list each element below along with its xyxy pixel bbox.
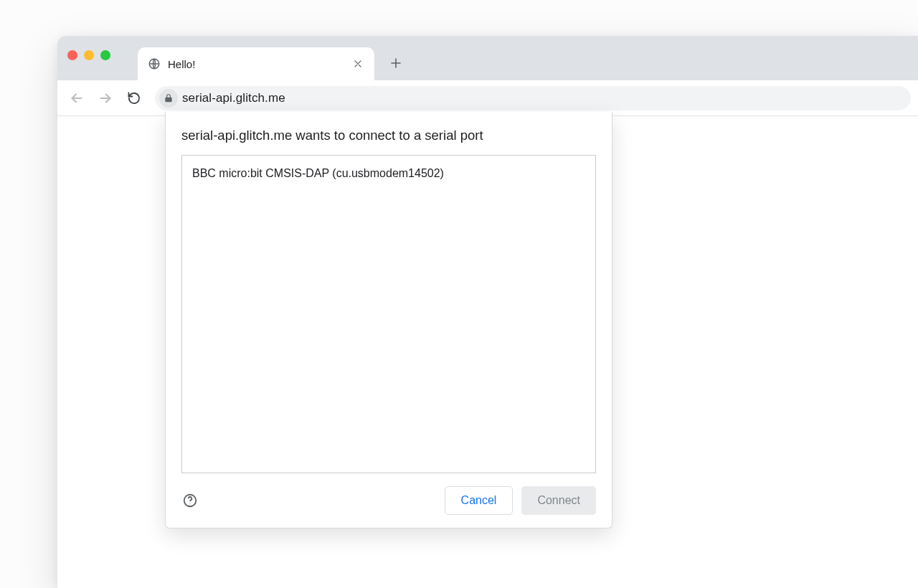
- cancel-button[interactable]: Cancel: [445, 486, 514, 515]
- device-list[interactable]: BBC micro:bit CMSIS-DAP (cu.usbmodem1450…: [181, 155, 596, 473]
- window-close-button[interactable]: [67, 50, 77, 60]
- connect-button[interactable]: Connect: [521, 486, 596, 515]
- tab-title: Hello!: [168, 58, 344, 70]
- window-controls: [67, 50, 110, 60]
- reload-button[interactable]: [122, 86, 146, 110]
- globe-icon: [148, 57, 161, 70]
- window-zoom-button[interactable]: [100, 50, 110, 60]
- device-list-item[interactable]: BBC micro:bit CMSIS-DAP (cu.usbmodem1450…: [182, 163, 595, 184]
- tab-strip: Hello!: [57, 36, 918, 80]
- new-tab-button[interactable]: [384, 52, 407, 75]
- toolbar: serial-api.glitch.me: [57, 80, 918, 116]
- svg-point-2: [189, 503, 190, 504]
- forward-button[interactable]: [93, 86, 118, 110]
- dialog-title: serial-api.glitch.me wants to connect to…: [181, 128, 596, 143]
- tab-close-button[interactable]: [351, 57, 364, 70]
- help-icon[interactable]: [181, 492, 199, 509]
- browser-window: Hello! serial-api: [57, 36, 918, 588]
- window-minimize-button[interactable]: [84, 50, 94, 60]
- dialog-footer: Cancel Connect: [181, 486, 596, 515]
- serial-port-chooser-dialog: serial-api.glitch.me wants to connect to…: [165, 112, 612, 528]
- address-bar[interactable]: serial-api.glitch.me: [155, 86, 911, 110]
- back-button[interactable]: [65, 86, 89, 110]
- lock-icon[interactable]: [159, 89, 178, 108]
- browser-tab[interactable]: Hello!: [138, 47, 374, 80]
- page-content: serial-api.glitch.me wants to connect to…: [57, 116, 918, 588]
- url-text: serial-api.glitch.me: [182, 91, 285, 105]
